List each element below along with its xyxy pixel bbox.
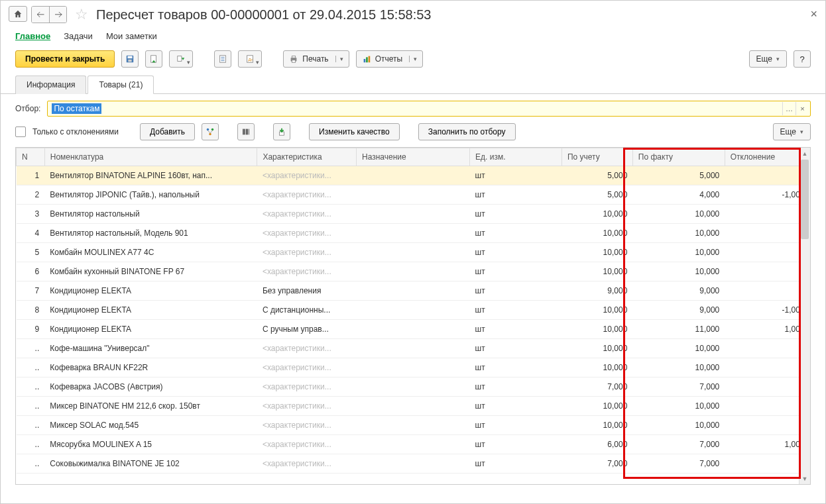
cell-actual: 10,000 [632,358,725,378]
col-header-deviation[interactable]: Отклонение [725,148,809,166]
table-row[interactable]: ..Кофеварка JACOBS (Австрия)<характерист… [17,378,810,397]
table-row[interactable]: 7Кондиционер ELEKTAБез управленияшт9,000… [17,281,810,301]
table-row[interactable]: ..Миксер SOLAC мод.545<характеристики...… [17,416,810,435]
col-header-characteristic[interactable]: Характеристика [257,148,357,166]
col-header-purpose[interactable]: Назначение [357,148,470,166]
col-header-accounted[interactable]: По учету [561,148,632,166]
load-button[interactable] [273,123,290,140]
scroll-up-button[interactable]: ▲ [799,148,810,159]
hierarchy-button[interactable] [202,123,219,140]
col-header-unit[interactable]: Ед. изм. [470,148,562,166]
close-button[interactable]: × [810,7,817,21]
nav-tab-main[interactable]: Главное [15,31,50,41]
list-button[interactable] [214,50,231,68]
change-quality-button[interactable]: Изменить качество [309,123,400,140]
help-button[interactable]: ? [794,50,811,68]
table-row[interactable]: 9Кондиционер ELEKTAС ручным управ...шт10… [17,320,810,339]
table-row[interactable]: 4Вентилятор настольный, Модель 901<харак… [17,224,810,243]
post-button[interactable] [145,50,162,68]
cell-purpose [357,281,470,301]
table-row[interactable]: ..Мясорубка MOULINEX A 15<характеристики… [17,435,810,454]
toolbar-more-button[interactable]: Еще▾ [749,50,787,68]
cell-deviation: -1,000 [725,301,809,320]
cell-n: .. [17,339,45,358]
cell-n: .. [17,416,45,435]
cell-characteristic: <характеристики... [257,339,357,358]
cell-accounted: 9,000 [561,281,632,301]
table-row[interactable]: 6Комбайн кухонный BINATONE FP 67<характе… [17,262,810,281]
cell-unit: шт [470,378,562,397]
col-header-nomenclature[interactable]: Номенклатура [44,148,257,166]
cell-actual: 5,000 [632,166,725,185]
svg-point-17 [207,128,209,131]
cell-characteristic: <характеристики... [257,397,357,416]
nav-tab-tasks[interactable]: Задачи [64,31,93,41]
submit-close-button[interactable]: Провести и закрыть [15,50,115,68]
filter-input[interactable]: По остаткам … × [47,101,811,117]
filter-clear-button[interactable]: × [796,102,809,115]
cell-actual: 10,000 [632,397,725,416]
cell-nomenclature: Кофе-машина "Универсал" [44,339,257,358]
scroll-thumb[interactable] [801,160,809,239]
cell-n: 6 [17,262,45,281]
cell-actual: 10,000 [632,339,725,358]
cell-purpose [357,301,470,320]
cell-n: 4 [17,224,45,243]
table-row[interactable]: 1Вентилятор BINATONE ALPINE 160вт, нап..… [17,166,810,185]
home-button[interactable] [9,6,27,22]
col-header-n[interactable]: N [17,148,45,166]
cell-characteristic: С дистанционны... [257,301,357,320]
cell-actual: 11,000 [632,320,725,339]
fill-by-filter-button[interactable]: Заполнить по отбору [418,123,516,140]
filter-select-button[interactable]: … [782,102,796,115]
actions-more-button[interactable]: Еще▾ [773,123,811,140]
print-button[interactable]: Печать ▾ [283,50,349,68]
cell-nomenclature: Миксер BINATONE HM 212,6 скор. 150вт [44,397,257,416]
table-row[interactable]: ..Соковыжималка BINATONE JE 102<характер… [17,454,810,474]
subtab-info[interactable]: Информация [15,76,86,94]
forward-button[interactable]: 🡢 [49,7,66,23]
cell-n: .. [17,397,45,416]
cell-characteristic: <характеристики... [257,378,357,397]
table-row[interactable]: ..Кофеварка BRAUN KF22R<характеристики..… [17,358,810,378]
table-scrollbar[interactable]: ▲ ▼ [799,148,810,484]
table-row[interactable]: ..Кофе-машина "Универсал"<характеристики… [17,339,810,358]
cell-actual: 10,000 [632,262,725,281]
cell-unit: шт [470,397,562,416]
cell-actual: 4,000 [632,185,725,205]
table-row[interactable]: 3Вентилятор настольный<характеристики...… [17,205,810,224]
cell-n: .. [17,358,45,378]
subtab-goods[interactable]: Товары (21) [88,76,154,94]
cell-actual: 10,000 [632,224,725,243]
table-row[interactable]: 5Комбайн MOULINEX A77 4C<характеристики.… [17,243,810,262]
add-button[interactable]: Добавить [140,123,195,140]
scroll-down-button[interactable]: ▼ [799,473,810,484]
only-deviations-checkbox[interactable] [15,126,26,137]
cell-accounted: 10,000 [561,416,632,435]
cell-nomenclature: Кондиционер ELEKTA [44,281,257,301]
cell-n: 7 [17,281,45,301]
barcode-button[interactable] [237,123,255,140]
reports-button[interactable]: Отчеты ▾ [356,50,423,68]
svg-rect-15 [366,57,368,62]
nav-tab-notes[interactable]: Мои заметки [106,31,157,41]
cell-purpose [357,205,470,224]
goods-table: N Номенклатура Характеристика Назначение… [16,148,810,474]
cell-deviation [725,339,809,358]
col-header-actual[interactable]: По факту [632,148,725,166]
table-row[interactable]: 8Кондиционер ELEKTAС дистанционны...шт10… [17,301,810,320]
dt-button[interactable]: Дт [238,50,262,68]
save-button[interactable] [121,50,139,68]
cell-accounted: 10,000 [561,262,632,281]
cell-nomenclature: Комбайн MOULINEX A77 4C [44,243,257,262]
table-row[interactable]: ..Миксер BINATONE HM 212,6 скор. 150вт<х… [17,397,810,416]
svg-rect-2 [129,60,132,62]
table-row[interactable]: 2Вентилятор JIPONIC (Тайв.), напольный<х… [17,185,810,205]
svg-text:Дт: Дт [249,57,253,62]
favorite-icon[interactable]: ☆ [75,6,88,23]
back-button[interactable]: 🡠 [32,7,49,23]
reports-label: Отчеты [375,54,402,64]
cell-characteristic: <характеристики... [257,262,357,281]
based-on-button[interactable] [169,50,193,68]
cell-unit: шт [470,358,562,378]
